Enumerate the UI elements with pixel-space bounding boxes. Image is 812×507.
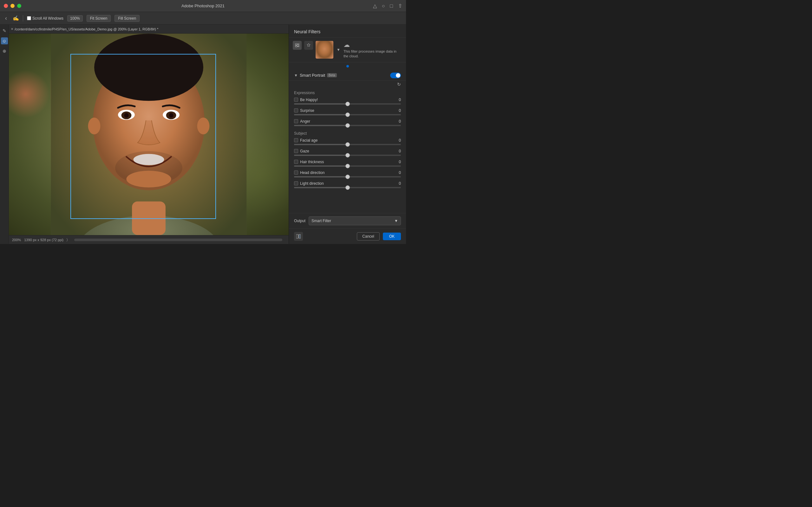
share-icon[interactable]: ⇧ bbox=[398, 3, 402, 9]
star-filters-icon[interactable] bbox=[304, 41, 313, 50]
smart-portrait-label: Smart Portrait bbox=[300, 73, 325, 78]
hair-thickness-track[interactable] bbox=[294, 165, 401, 167]
head-direction-row: Head direction 0 bbox=[289, 169, 406, 180]
svg-rect-4 bbox=[132, 202, 165, 235]
head-direction-left: Head direction bbox=[294, 170, 324, 175]
hair-thickness-fill bbox=[294, 165, 348, 167]
hair-thickness-value: 0 bbox=[395, 160, 401, 164]
filter-dropdown-chevron[interactable]: ▼ bbox=[337, 48, 340, 52]
canvas-content[interactable] bbox=[9, 34, 289, 235]
be-happy-header: Be Happy! 0 bbox=[294, 98, 401, 102]
tab-close-button[interactable]: ✕ bbox=[11, 27, 13, 31]
head-direction-checkbox[interactable] bbox=[294, 170, 298, 175]
facial-age-track[interactable] bbox=[294, 144, 401, 145]
fill-screen-button[interactable]: Fill Screen bbox=[114, 15, 140, 22]
compare-icon[interactable] bbox=[294, 232, 303, 241]
person-icon[interactable]: △ bbox=[373, 3, 377, 9]
head-direction-label: Head direction bbox=[300, 170, 324, 175]
be-happy-left: Be Happy! bbox=[294, 98, 318, 102]
gaze-header: Gaze 0 bbox=[294, 149, 401, 153]
canvas-dimensions: 1390 px x 928 px (72 ppi) bbox=[24, 238, 63, 242]
hair-thickness-thumb[interactable] bbox=[345, 164, 350, 168]
smart-portrait-chevron[interactable]: ▼ bbox=[294, 73, 298, 78]
anger-fill bbox=[294, 125, 348, 126]
app-title: Adobe Photoshop 2021 bbox=[182, 3, 224, 8]
output-dropdown[interactable]: Smart Filter ▼ bbox=[309, 216, 401, 225]
fit-screen-button[interactable]: Fit Screen bbox=[87, 15, 111, 22]
be-happy-thumb[interactable] bbox=[345, 102, 350, 106]
head-direction-track[interactable] bbox=[294, 176, 401, 177]
svg-point-11 bbox=[124, 113, 129, 118]
light-direction-track[interactable] bbox=[294, 187, 401, 188]
head-direction-thumb[interactable] bbox=[345, 175, 350, 179]
anger-track[interactable] bbox=[294, 125, 401, 126]
tab-bar: ✕ /content/dam/ccfirstmile/PHSP/en_US/as… bbox=[9, 25, 289, 34]
tab-label: /content/dam/ccfirstmile/PHSP/en_US/asse… bbox=[14, 27, 158, 31]
panel-footer-left bbox=[294, 232, 354, 241]
panel-toolbar: ▼ ☁ This filter processes image data in … bbox=[289, 38, 406, 62]
header-right: △ ○ □ ⇧ bbox=[373, 3, 402, 9]
hair-thickness-checkbox[interactable] bbox=[294, 160, 298, 164]
reset-button[interactable]: ↻ bbox=[289, 80, 406, 88]
gaze-checkbox[interactable] bbox=[294, 149, 298, 153]
anger-label: Anger bbox=[300, 119, 310, 124]
gaze-row: Gaze 0 bbox=[289, 148, 406, 158]
left-toolbar: ✎ ☺ ⊕ bbox=[0, 25, 9, 244]
hand-tool-icon[interactable]: ☺ bbox=[1, 38, 8, 44]
svg-point-7 bbox=[88, 118, 101, 134]
be-happy-checkbox[interactable] bbox=[294, 98, 298, 102]
expand-icon[interactable]: 〉 bbox=[67, 238, 68, 242]
svg-rect-24 bbox=[296, 234, 298, 238]
facial-age-label: Facial age bbox=[300, 138, 317, 143]
light-direction-thumb[interactable] bbox=[345, 185, 350, 190]
light-direction-checkbox[interactable] bbox=[294, 181, 298, 185]
horizontal-scrollbar[interactable] bbox=[74, 239, 282, 241]
cloud-info: ☁ This filter processes image data in th… bbox=[344, 41, 402, 59]
maximize-button[interactable] bbox=[17, 4, 21, 8]
surprise-track[interactable] bbox=[294, 114, 401, 115]
zoom-input[interactable]: 100% bbox=[67, 15, 83, 21]
active-indicator bbox=[289, 62, 406, 69]
hand-tool-icon[interactable]: ✍ bbox=[13, 15, 19, 21]
surprise-thumb[interactable] bbox=[345, 112, 350, 117]
output-chevron-icon: ▼ bbox=[394, 219, 398, 223]
facial-age-checkbox[interactable] bbox=[294, 138, 298, 142]
filter-preview-section: ▼ ☁ This filter processes image data in … bbox=[316, 41, 402, 59]
ok-button[interactable]: OK bbox=[383, 233, 401, 240]
back-button[interactable]: ‹ bbox=[3, 14, 9, 22]
close-button[interactable] bbox=[4, 4, 8, 8]
filters-tab-icon[interactable] bbox=[293, 41, 302, 50]
filter-preview-thumbnail[interactable] bbox=[316, 41, 334, 59]
zoom-tool-icon[interactable]: ⊕ bbox=[1, 48, 8, 55]
cancel-button[interactable]: Cancel bbox=[357, 232, 379, 240]
search-icon[interactable]: ○ bbox=[382, 3, 385, 9]
anger-checkbox[interactable] bbox=[294, 119, 298, 123]
surprise-header: Surprise 0 bbox=[294, 108, 401, 113]
facial-age-row: Facial age 0 bbox=[289, 137, 406, 148]
svg-point-22 bbox=[297, 45, 299, 46]
smart-portrait-header-left: ▼ Smart Portrait Beta bbox=[294, 73, 337, 78]
edit-tool-icon[interactable]: ✎ bbox=[1, 27, 8, 34]
smart-portrait-toggle[interactable] bbox=[390, 72, 401, 78]
layout-icon[interactable]: □ bbox=[390, 3, 393, 9]
head-direction-header: Head direction 0 bbox=[294, 170, 401, 175]
filters-list[interactable]: ▼ Smart Portrait Beta ↻ Expressions Be H… bbox=[289, 69, 406, 213]
scroll-all-windows-label[interactable]: Scroll All Windows bbox=[27, 16, 63, 20]
face-person bbox=[51, 34, 247, 235]
window-controls[interactable] bbox=[4, 4, 21, 8]
gaze-left: Gaze bbox=[294, 149, 309, 153]
be-happy-track[interactable] bbox=[294, 103, 401, 105]
svg-rect-25 bbox=[299, 234, 301, 238]
toolbar: ‹ ✍ Scroll All Windows 100% Fit Screen F… bbox=[0, 12, 406, 25]
facial-age-thumb[interactable] bbox=[345, 142, 350, 147]
anger-thumb[interactable] bbox=[345, 123, 350, 128]
cloud-text: This filter processes image data in the … bbox=[344, 49, 402, 59]
minimize-button[interactable] bbox=[10, 4, 14, 8]
gaze-track[interactable] bbox=[294, 155, 401, 156]
panel-title: Neural Filters bbox=[294, 29, 320, 34]
gaze-thumb[interactable] bbox=[345, 153, 350, 158]
surprise-label: Surprise bbox=[300, 108, 314, 113]
scroll-all-windows-checkbox[interactable] bbox=[27, 16, 31, 20]
surprise-checkbox[interactable] bbox=[294, 108, 298, 112]
hair-thickness-header: Hair thickness 0 bbox=[294, 160, 401, 164]
